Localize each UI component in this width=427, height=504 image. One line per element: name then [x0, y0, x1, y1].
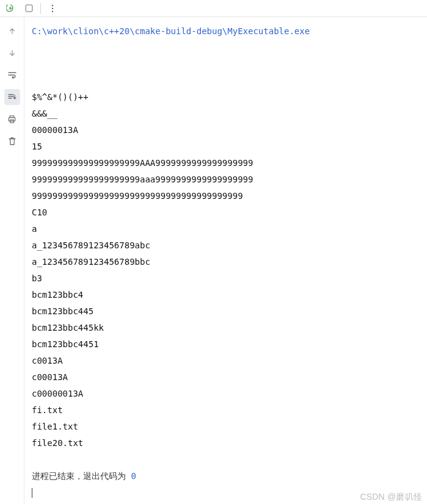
exit-code: 0	[131, 471, 136, 481]
console-gutter	[0, 17, 24, 504]
rerun-icon	[6, 4, 15, 13]
clear-button[interactable]	[4, 133, 20, 149]
arrow-down-icon	[8, 49, 16, 57]
watermark: CSDN @磨叽怪	[360, 492, 422, 503]
svg-point-1	[52, 4, 53, 5]
svg-rect-0	[26, 5, 32, 12]
svg-point-3	[52, 10, 53, 12]
softwrap-icon	[7, 71, 17, 79]
svg-rect-5	[9, 117, 15, 121]
rerun-button[interactable]	[4, 2, 17, 15]
main-area: C:\work\clion\c++20\cmake-build-debug\My…	[0, 17, 427, 504]
scroll-end-icon	[7, 93, 17, 101]
output-lines: $%^&*()()++ &&&__ 00000013A 15 999999999…	[32, 92, 253, 448]
up-button[interactable]	[4, 23, 20, 39]
exit-message: 进程已结束，退出代码为	[32, 471, 131, 481]
stop-button[interactable]	[22, 2, 35, 15]
executable-path: C:\work\clion\c++20\cmake-build-debug\My…	[32, 26, 310, 36]
down-button[interactable]	[4, 45, 20, 61]
scroll-to-end-button[interactable]	[4, 89, 20, 105]
more-actions-button[interactable]	[46, 2, 59, 15]
toolbar	[0, 0, 427, 17]
text-cursor	[32, 488, 32, 498]
softwrap-button[interactable]	[4, 67, 20, 83]
svg-point-2	[52, 7, 53, 9]
stop-icon	[25, 4, 33, 12]
arrow-up-icon	[8, 27, 16, 35]
console-output[interactable]: C:\work\clion\c++20\cmake-build-debug\My…	[24, 17, 427, 504]
print-icon	[7, 115, 16, 124]
trash-icon	[8, 137, 16, 146]
more-vertical-icon	[49, 4, 56, 13]
print-button[interactable]	[4, 111, 20, 127]
toolbar-separator	[40, 3, 41, 14]
